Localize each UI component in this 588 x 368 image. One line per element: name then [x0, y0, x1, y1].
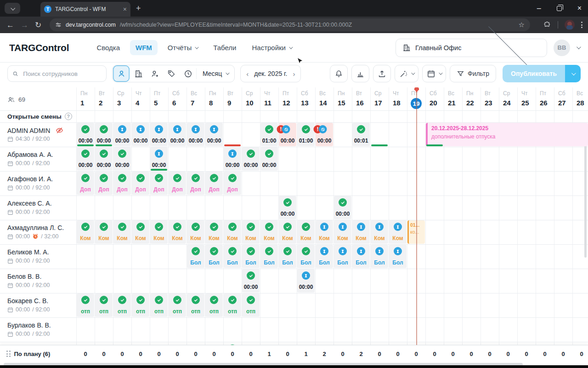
- day-number[interactable]: 28: [577, 99, 584, 107]
- forward-icon[interactable]: →: [21, 21, 28, 29]
- site-settings-icon[interactable]: [55, 22, 62, 28]
- restore-button[interactable]: [557, 6, 562, 11]
- minimize-button[interactable]: –: [537, 4, 541, 12]
- employee-name[interactable]: Ахмадуллина Л. С.: [7, 224, 64, 231]
- day-number[interactable]: 13: [301, 99, 309, 107]
- back-icon[interactable]: ←: [6, 21, 14, 29]
- search-input[interactable]: [22, 70, 102, 78]
- view-by-department-button[interactable]: [130, 65, 147, 82]
- day-number[interactable]: 12: [283, 99, 290, 107]
- shift-cell[interactable]: Доп: [205, 172, 223, 195]
- shift-cell[interactable]: 00:00: [95, 147, 113, 171]
- shift-cell[interactable]: Ком: [224, 220, 241, 244]
- day-number[interactable]: 7: [191, 99, 194, 107]
- shift-cell[interactable]: Бол: [205, 245, 223, 268]
- user-menu-chevron-icon[interactable]: [577, 45, 581, 49]
- close-button[interactable]: ×: [577, 4, 582, 12]
- employee-name[interactable]: Белов В. В.: [7, 273, 41, 280]
- browser-profile-avatar[interactable]: [565, 20, 575, 30]
- shift-cell[interactable]: Ком: [169, 220, 186, 244]
- employee-search[interactable]: [7, 65, 107, 82]
- day-number[interactable]: 2: [99, 99, 102, 107]
- shift-cell[interactable]: Доп: [77, 172, 94, 195]
- shift-cell[interactable]: Бол: [371, 245, 388, 268]
- shift-cell[interactable]: Бол: [224, 245, 241, 268]
- calendar-actions-button[interactable]: [422, 65, 446, 82]
- shift-cell[interactable]: отп: [242, 293, 260, 317]
- user-avatar[interactable]: BB: [554, 40, 570, 56]
- shift-cell[interactable]: 00:00: [205, 123, 223, 146]
- prev-period-icon[interactable]: ‹: [246, 70, 249, 78]
- shift-cell[interactable]: Ком: [187, 220, 204, 244]
- employee-name[interactable]: Абрамова А. А.: [7, 151, 53, 158]
- shift-cell[interactable]: Ком: [113, 220, 131, 244]
- day-number[interactable]: 3: [117, 99, 121, 107]
- app-logo[interactable]: TARGControl: [9, 42, 69, 53]
- shift-cell[interactable]: Бол: [316, 245, 333, 268]
- shift-cell[interactable]: отп: [95, 293, 113, 317]
- shift-cell[interactable]: Бол: [260, 245, 278, 268]
- employee-name[interactable]: Бокарев С. В.: [7, 297, 48, 305]
- shift-cell[interactable]: отп: [77, 293, 94, 317]
- shift-cell[interactable]: Доп: [150, 172, 168, 195]
- view-by-position-button[interactable]: [147, 65, 163, 82]
- day-number[interactable]: 4: [136, 99, 139, 107]
- shift-cell[interactable]: 00:00: [334, 196, 351, 219]
- shift-cell[interactable]: Ком: [279, 220, 296, 244]
- office-selector[interactable]: Главный Офис: [396, 39, 547, 57]
- tab-search-button[interactable]: [5, 3, 20, 14]
- shift-cell[interactable]: 01:00: [260, 123, 278, 146]
- shift-cell[interactable]: Бол: [279, 245, 296, 268]
- shift-cell[interactable]: Ком: [389, 220, 407, 244]
- browser-menu-icon[interactable]: [581, 22, 582, 28]
- open-shifts-row[interactable]: Открытые смены ?: [7, 110, 72, 122]
- next-period-icon[interactable]: ›: [293, 70, 295, 78]
- shift-cell[interactable]: 00:00: [224, 147, 241, 171]
- shift-cell[interactable]: 00:00: [279, 196, 296, 219]
- shift-cell[interactable]: !00:00: [279, 123, 296, 146]
- eye-off-icon[interactable]: [56, 126, 63, 134]
- notifications-button[interactable]: [330, 65, 348, 82]
- address-bar[interactable]: dev.targcontrol.com /wfm/schedule?view=E…: [50, 18, 530, 31]
- shift-cell[interactable]: отп: [150, 293, 168, 317]
- shift-cell[interactable]: Бол: [297, 245, 315, 268]
- shift-cell[interactable]: Доп: [132, 172, 149, 195]
- view-by-employee-button[interactable]: [113, 65, 130, 82]
- shift-cell[interactable]: 00:00: [169, 123, 186, 146]
- shift-cell[interactable]: отп: [113, 293, 131, 317]
- day-number[interactable]: 21: [448, 99, 456, 107]
- day-number[interactable]: 5: [154, 99, 158, 107]
- schedule-annotation[interactable]: 20.12.2025-28.12.2025дополнительные отпу…: [426, 123, 588, 146]
- tab-close-icon[interactable]: ×: [123, 6, 127, 12]
- day-number[interactable]: 15: [338, 99, 345, 107]
- shift-cell[interactable]: 00:00: [150, 123, 168, 146]
- shift-cell[interactable]: 00:01: [352, 123, 370, 146]
- shift-cell[interactable]: Ком: [132, 220, 149, 244]
- nav-item-otchety[interactable]: Отчёты: [162, 40, 203, 55]
- shift-cell[interactable]: отп: [169, 293, 186, 317]
- day-number[interactable]: 9: [227, 99, 231, 107]
- shift-cell[interactable]: Доп: [113, 172, 131, 195]
- new-tab-button[interactable]: +: [136, 4, 141, 12]
- shift-cell[interactable]: Ком: [77, 220, 94, 244]
- shift-cell[interactable]: 00:00: [77, 123, 94, 146]
- day-number[interactable]: 10: [246, 99, 254, 107]
- bookmark-star-icon[interactable]: ☆: [519, 21, 525, 29]
- shift-cell[interactable]: 00:00: [150, 147, 168, 171]
- shift-cell[interactable]: 00:00: [242, 147, 260, 171]
- view-by-time-button[interactable]: [180, 65, 196, 82]
- day-number[interactable]: 11: [264, 99, 271, 107]
- day-number[interactable]: 20: [430, 99, 437, 107]
- shift-cell[interactable]: Ком: [316, 220, 333, 244]
- publish-menu-button[interactable]: [565, 65, 581, 82]
- day-number[interactable]: 24: [503, 99, 511, 107]
- day-number[interactable]: 25: [521, 99, 529, 107]
- browser-tab[interactable]: T TARGControl - WFM ×: [40, 2, 130, 17]
- shift-cell[interactable]: 01:00: [297, 123, 315, 146]
- shift-cell[interactable]: отп: [205, 293, 223, 317]
- export-button[interactable]: [373, 65, 391, 82]
- employee-name[interactable]: Беликов М. А.: [7, 248, 49, 256]
- shift-cell[interactable]: 00:00: [297, 269, 315, 293]
- day-number[interactable]: 22: [466, 99, 474, 107]
- reload-icon[interactable]: ↻: [35, 21, 41, 29]
